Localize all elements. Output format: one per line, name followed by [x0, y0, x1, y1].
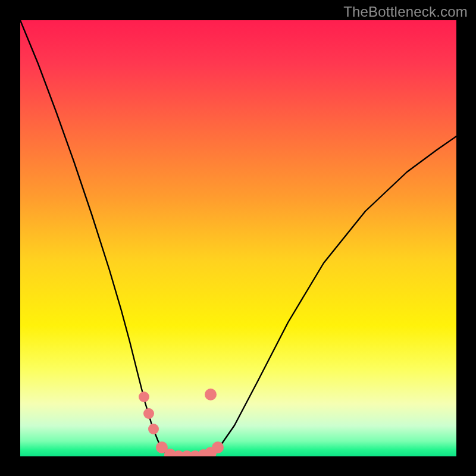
curve-layer: [20, 20, 456, 456]
data-dot: [143, 408, 154, 419]
data-dot: [139, 392, 149, 402]
data-dot: [148, 424, 159, 434]
data-dot: [205, 389, 217, 400]
bottleneck-curve: [20, 20, 456, 456]
watermark-text: TheBottleneck.com: [343, 4, 468, 20]
data-dot: [212, 441, 224, 453]
plot-area: [20, 20, 456, 456]
outer-frame: TheBottleneck.com: [0, 0, 476, 476]
